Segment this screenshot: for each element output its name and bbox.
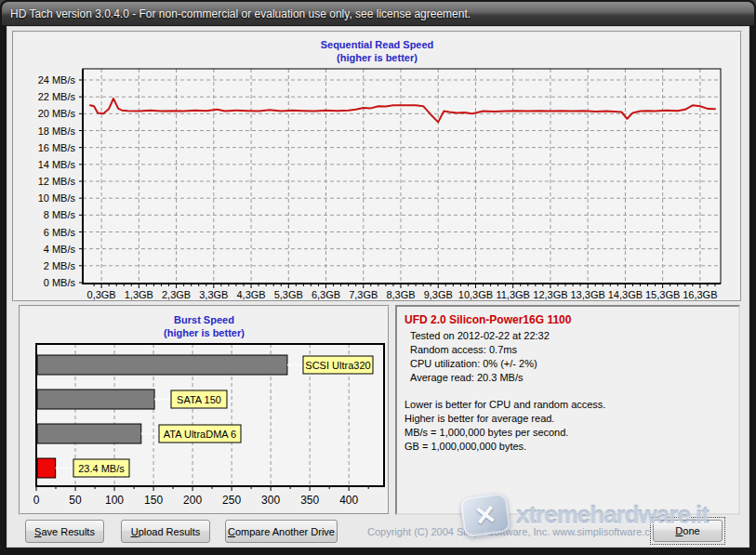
- y-tick-label: 18 MB/s: [38, 126, 76, 137]
- compare-another-drive-button[interactable]: Compare Another Drive: [225, 520, 338, 543]
- sequential-read-chart: 24 MB/s22 MB/s20 MB/s18 MB/s16 MB/s14 MB…: [14, 33, 740, 300]
- save-results-button[interactable]: Save Results: [25, 520, 104, 543]
- done-button[interactable]: Done: [653, 520, 723, 542]
- drive-info-panel: UFD 2.0 Silicon-Power16G 1100 Tested on …: [395, 305, 740, 515]
- x-tick-label: 15,3GB: [645, 289, 680, 300]
- x-tick-label: 10,3GB: [458, 289, 493, 300]
- y-tick-label: 6 MB/s: [44, 227, 76, 238]
- x-tick-label: 50: [69, 494, 82, 507]
- x-tick-label: 200: [183, 494, 202, 507]
- note-gb-definition: GB = 1,000,000,000 bytes.: [405, 440, 731, 454]
- done-button-focus-ring: Done: [650, 517, 725, 545]
- note-lower-better: Lower is better for CPU and random acces…: [405, 398, 731, 412]
- copyright-text: Copyright (C) 2004 Simpli Software, Inc.…: [367, 526, 664, 537]
- note-higher-better: Higher is better for average read.: [405, 412, 731, 426]
- y-tick-label: 2 MB/s: [44, 260, 76, 271]
- bar-label: SCSI Ultra320: [305, 360, 370, 371]
- bar-23-4-mb-s: [37, 458, 56, 478]
- x-tick-label: 7,3GB: [349, 289, 378, 300]
- x-tick-label: 1,3GB: [125, 289, 153, 300]
- burst-speed-chart: 050100150200250300350400SCSI Ultra320SAT…: [20, 307, 388, 513]
- sequential-read-panel: Sequential Read Speed (higher is better)…: [12, 31, 742, 302]
- x-tick-label: 350: [300, 494, 319, 507]
- x-tick-label: 14,3GB: [608, 289, 643, 300]
- x-tick-label: 0,3GB: [87, 289, 116, 300]
- y-tick-label: 22 MB/s: [38, 91, 76, 102]
- average-read-line: Average read: 20.3 MB/s: [410, 371, 731, 385]
- drive-title: UFD 2.0 Silicon-Power16G 1100: [405, 313, 731, 326]
- upload-results-button[interactable]: Upload Results: [121, 520, 210, 543]
- random-access-line: Random access: 0.7ms: [410, 343, 731, 357]
- y-tick-label: 8 MB/s: [44, 209, 76, 220]
- y-tick-label: 4 MB/s: [44, 244, 76, 255]
- x-tick-label: 250: [222, 494, 241, 507]
- bar-label: ATA UltraDMA 6: [164, 429, 236, 440]
- tested-on-line: Tested on 2012-02-22 at 22:32: [410, 329, 731, 343]
- x-tick-label: 0: [33, 494, 40, 507]
- y-tick-label: 16 MB/s: [38, 142, 76, 153]
- x-tick-label: 13,3GB: [571, 289, 605, 300]
- y-tick-label: 12 MB/s: [38, 176, 76, 187]
- y-tick-label: 24 MB/s: [38, 74, 76, 86]
- bar-label: SATA 150: [177, 394, 221, 405]
- x-tick-label: 8,3GB: [386, 289, 415, 300]
- spacer: [405, 385, 731, 398]
- y-tick-label: 20 MB/s: [38, 108, 76, 119]
- bar-ata-ultradma-6: [37, 424, 141, 443]
- cpu-utilization-line: CPU utilization: 0% (+/- 2%): [410, 357, 731, 371]
- x-tick-label: 5,3GB: [274, 289, 303, 300]
- bar-label: 23.4 MB/s: [78, 463, 125, 474]
- y-tick-label: 0 MB/s: [44, 277, 76, 288]
- x-tick-label: 11,3GB: [496, 289, 530, 300]
- x-tick-label: 2,3GB: [162, 289, 191, 300]
- y-tick-label: 10 MB/s: [38, 192, 76, 204]
- burst-speed-panel: Burst Speed (higher is better) 050100150…: [19, 305, 390, 515]
- x-tick-label: 150: [144, 494, 163, 507]
- y-tick-label: 14 MB/s: [38, 159, 76, 170]
- x-tick-label: 100: [105, 494, 124, 507]
- x-tick-label: 300: [261, 494, 280, 507]
- x-tick-label: 9,3GB: [424, 289, 453, 300]
- x-tick-label: 6,3GB: [312, 289, 340, 300]
- title-bar[interactable]: HD Tach version 3.0.4.0 - For non-commer…: [2, 2, 754, 25]
- x-tick-label: 12,3GB: [533, 289, 567, 300]
- x-tick-label: 16,3GB: [683, 289, 717, 300]
- bar-sata-150: [37, 390, 154, 409]
- x-tick-label: 3,3GB: [199, 289, 228, 300]
- hd-tach-window: HD Tach version 3.0.4.0 - For non-commer…: [0, 0, 756, 555]
- window-title: HD Tach version 3.0.4.0 - For non-commer…: [10, 7, 471, 20]
- note-mbs-definition: MB/s = 1,000,000 bytes per second.: [405, 426, 731, 440]
- x-tick-label: 4,3GB: [236, 289, 265, 300]
- bar-scsi-ultra320: [37, 355, 287, 375]
- x-tick-label: 400: [339, 494, 358, 507]
